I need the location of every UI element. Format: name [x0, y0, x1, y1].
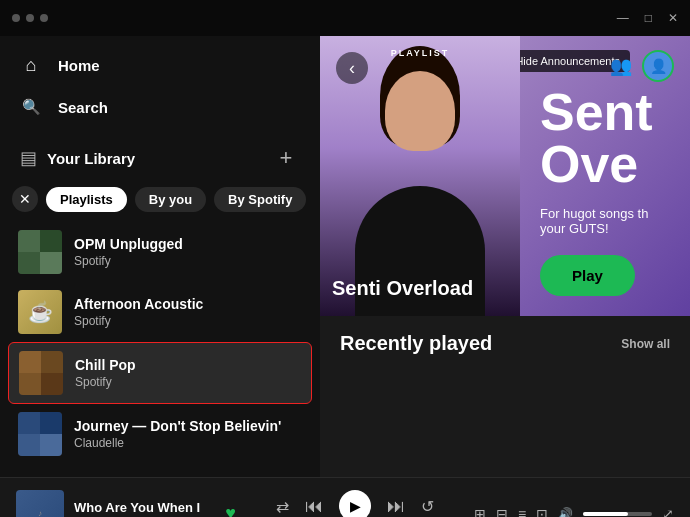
- playlist-info-acoustic: Afternoon Acoustic Spotify: [74, 296, 302, 328]
- recently-played-title: Recently played: [340, 332, 492, 355]
- library-title-group: ▤ Your Library: [20, 147, 135, 169]
- app-layout: ⌂ Home 🔍 Search ▤ Your Library + ✕ Playl…: [0, 36, 690, 477]
- repeat-button[interactable]: ↺: [421, 497, 434, 516]
- next-button[interactable]: ⏭: [387, 496, 405, 517]
- window-controls: — □ ✕: [617, 11, 678, 25]
- playlist-owner: Spotify: [74, 254, 302, 268]
- sidebar: ⌂ Home 🔍 Search ▤ Your Library + ✕ Playl…: [0, 36, 320, 477]
- back-button[interactable]: ‹: [336, 52, 368, 84]
- fullscreen-button[interactable]: ⤢: [662, 506, 674, 518]
- sidebar-item-search[interactable]: 🔍 Search: [16, 86, 304, 128]
- library-title-text: Your Library: [47, 150, 135, 167]
- dot-1: [12, 14, 20, 22]
- track-title: Who Are You When I: [74, 500, 215, 515]
- avatar-button[interactable]: 👤: [642, 50, 674, 82]
- playlist-thumb-acoustic: ☕: [18, 290, 62, 334]
- right-controls: ⊞ ⊟ ≡ ⊡ 🔊 ⤢: [474, 506, 674, 518]
- featured-header: ‹ Hide Announcements 👥 👤 PLAYLIST Senti …: [320, 36, 690, 316]
- volume-fill: [583, 512, 628, 516]
- volume-bar[interactable]: [583, 512, 652, 516]
- playlist-name: Journey — Don't Stop Believin': [74, 418, 302, 434]
- like-button[interactable]: ♥: [225, 503, 236, 517]
- track-info: Who Are You When I Blake Shelton: [74, 500, 215, 517]
- volume-button[interactable]: 🔊: [558, 507, 573, 518]
- shuffle-button[interactable]: ⇄: [276, 497, 289, 516]
- playlist-name: Afternoon Acoustic: [74, 296, 302, 312]
- player-controls: ⇄ ⏮ ▶ ⏭ ↺ 0:55 3:07: [236, 490, 474, 517]
- featured-title-overlay: Senti Overload: [332, 277, 473, 300]
- playlist-list: OPM Unplugged Spotify ☕ Afternoon Acoust…: [0, 222, 320, 477]
- filter-close-button[interactable]: ✕: [12, 186, 38, 212]
- featured-big-text: Sent Ove: [540, 86, 670, 190]
- playlist-name: Chill Pop: [75, 357, 301, 373]
- list-item[interactable]: Journey — Don't Stop Believin' Claudelle: [8, 404, 312, 464]
- queue-button[interactable]: ⊞: [474, 506, 486, 518]
- playback-bar: ♪ Who Are You When I Blake Shelton ♥ ⇄ ⏮…: [0, 477, 690, 517]
- list-item[interactable]: OPM Unplugged Spotify: [8, 222, 312, 282]
- recently-played-section: Recently played Show all: [320, 316, 690, 355]
- library-header: ▤ Your Library +: [0, 136, 320, 180]
- now-playing: ♪ Who Are You When I Blake Shelton ♥: [16, 490, 236, 518]
- playlist-owner: Spotify: [75, 375, 301, 389]
- home-label: Home: [58, 57, 100, 74]
- play-pause-button[interactable]: ▶: [339, 490, 371, 517]
- featured-icons: 👥 👤: [610, 50, 674, 82]
- sidebar-item-home[interactable]: ⌂ Home: [16, 44, 304, 86]
- thumb-placeholder: ♪: [38, 509, 42, 517]
- playlist-name: OPM Unplugged: [74, 236, 302, 252]
- library-icon: ▤: [20, 147, 37, 169]
- playlist-owner: Claudelle: [74, 436, 302, 450]
- section-header: Recently played Show all: [340, 332, 670, 355]
- control-buttons: ⇄ ⏮ ▶ ⏭ ↺: [276, 490, 434, 517]
- track-thumbnail: ♪: [16, 490, 64, 518]
- big-text-line2: Ove: [540, 138, 670, 190]
- person-face: [385, 71, 455, 151]
- playlist-info-chillpop: Chill Pop Spotify: [75, 357, 301, 389]
- main-content: ‹ Hide Announcements 👥 👤 PLAYLIST Senti …: [320, 36, 690, 477]
- playlist-info-opm: OPM Unplugged Spotify: [74, 236, 302, 268]
- playlist-badge: PLAYLIST: [391, 48, 450, 58]
- list-item[interactable]: ☕ Afternoon Acoustic Spotify: [8, 282, 312, 342]
- close-button[interactable]: ✕: [668, 11, 678, 25]
- playlist-info-journey: Journey — Don't Stop Believin' Claudelle: [74, 418, 302, 450]
- filter-playlists-button[interactable]: Playlists: [46, 187, 127, 212]
- filter-byspotify-button[interactable]: By Spotify: [214, 187, 306, 212]
- minimize-button[interactable]: —: [617, 11, 629, 25]
- big-text-line1: Sent: [540, 86, 670, 138]
- filter-byyou-button[interactable]: By you: [135, 187, 206, 212]
- home-icon: ⌂: [20, 54, 42, 76]
- search-icon: 🔍: [20, 96, 42, 118]
- add-library-button[interactable]: +: [272, 144, 300, 172]
- previous-button[interactable]: ⏮: [305, 496, 323, 517]
- filter-row: ✕ Playlists By you By Spotify: [0, 180, 320, 222]
- playlist-thumb-chillpop: [19, 351, 63, 395]
- featured-play-button[interactable]: Play: [540, 255, 635, 296]
- avatar-img: 👤: [650, 58, 667, 74]
- maximize-button[interactable]: □: [645, 11, 652, 25]
- window-dots: [12, 14, 48, 22]
- playlist-owner: Spotify: [74, 314, 302, 328]
- dot-2: [26, 14, 34, 22]
- mini-player-button[interactable]: ⊡: [536, 506, 548, 518]
- show-all-button[interactable]: Show all: [621, 337, 670, 351]
- sidebar-nav: ⌂ Home 🔍 Search: [0, 36, 320, 136]
- dot-3: [40, 14, 48, 22]
- people-icon-button[interactable]: 👥: [610, 55, 632, 77]
- lyrics-button[interactable]: ≡: [518, 506, 526, 518]
- playlist-thumb-journey: [18, 412, 62, 456]
- playlist-thumb-opm: [18, 230, 62, 274]
- title-bar: — □ ✕: [0, 0, 690, 36]
- search-label: Search: [58, 99, 108, 116]
- devices-button[interactable]: ⊟: [496, 506, 508, 518]
- list-item-selected[interactable]: Chill Pop Spotify: [8, 342, 312, 404]
- featured-description: For hugot songs th your GUTS!: [540, 206, 670, 236]
